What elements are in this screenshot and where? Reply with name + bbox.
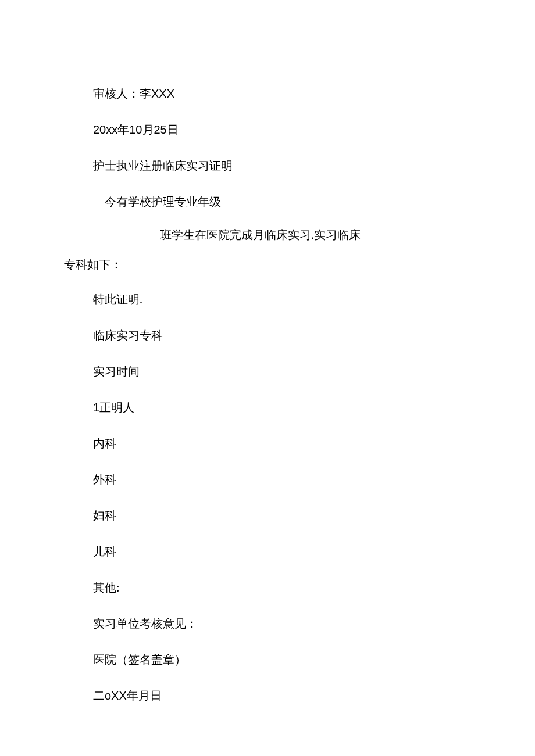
document-page: 审核人：李XXX 20xx年10月25日 护士执业注册临床实习证明 今有学校护理… <box>0 0 535 705</box>
after-underline-line: 专科如下： <box>64 255 471 274</box>
dept-surgery: 外科 <box>64 470 471 489</box>
cert-title: 护士执业注册临床实习证明 <box>64 156 471 175</box>
underline-text: 班学生在医院完成月临床实习.实习临床 <box>64 225 471 248</box>
date-month: 10 <box>129 123 142 136</box>
eval-label: 实习单位考核意见： <box>64 614 471 633</box>
witness-num: 1 <box>93 401 99 414</box>
reviewer-label: 审核人：李 <box>93 87 151 100</box>
confirm-line: 特此证明. <box>64 290 471 309</box>
time-heading: 实习时间 <box>64 362 471 381</box>
dept-ped: 儿科 <box>64 542 471 561</box>
underline-section: 班学生在医院完成月临床实习.实习临床 <box>64 225 471 249</box>
witness-heading: 1正明人 <box>64 398 471 417</box>
intro-line: 今有学校护理专业年级 <box>64 192 471 211</box>
specialty-heading: 临床实习专科 <box>64 326 471 345</box>
date-month-label: 月 <box>142 123 154 136</box>
witness-label: 正明人 <box>99 401 134 414</box>
date-year: 20xx <box>93 123 117 136</box>
dept-other: 其他: <box>64 578 471 597</box>
date2-line: 二oXX年月日 <box>64 686 471 705</box>
date-day-label: 日 <box>167 123 179 136</box>
date2-mid: oXX <box>105 689 127 702</box>
date-day: 25 <box>154 123 167 136</box>
date-line: 20xx年10月25日 <box>64 120 471 139</box>
dept-gyn: 妇科 <box>64 506 471 525</box>
reviewer-name: XXX <box>151 87 174 100</box>
dept-internal: 内科 <box>64 434 471 453</box>
reviewer-line: 审核人：李XXX <box>64 84 471 103</box>
date-year-label: 年 <box>117 123 129 136</box>
date2-suffix: 年月日 <box>127 689 162 702</box>
hospital-sign: 医院（签名盖章） <box>64 650 471 669</box>
date2-prefix: 二 <box>93 689 105 702</box>
